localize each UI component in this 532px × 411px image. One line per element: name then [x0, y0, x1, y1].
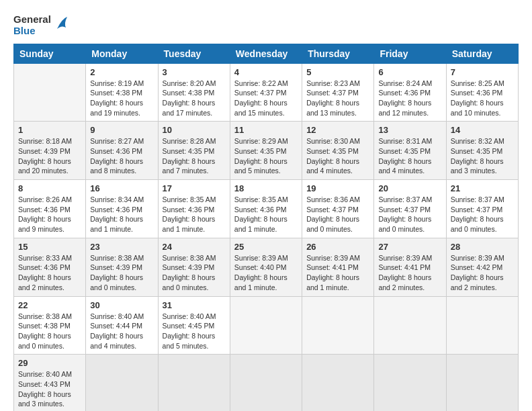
- day-number: 18: [234, 183, 298, 193]
- day-number: 31: [163, 300, 226, 310]
- header-cell-sunday: Sunday: [14, 44, 86, 63]
- calendar-cell: 30Sunrise: 8:40 AMSunset: 4:44 PMDayligh…: [86, 296, 158, 355]
- calendar-row-0: 2Sunrise: 8:19 AMSunset: 4:38 PMDaylight…: [14, 63, 519, 122]
- header-row: SundayMondayTuesdayWednesdayThursdayFrid…: [14, 44, 519, 63]
- calendar-cell: 5Sunrise: 8:23 AMSunset: 4:37 PMDaylight…: [302, 63, 374, 122]
- day-info: Sunrise: 8:40 AMSunset: 4:44 PMDaylight:…: [90, 312, 153, 351]
- calendar-cell: [14, 63, 86, 122]
- day-info: Sunrise: 8:36 AMSunset: 4:37 PMDaylight:…: [306, 195, 369, 234]
- calendar-cell: 16Sunrise: 8:34 AMSunset: 4:36 PMDayligh…: [86, 180, 158, 238]
- day-info: Sunrise: 8:25 AMSunset: 4:36 PMDaylight:…: [451, 79, 514, 118]
- calendar-cell: 17Sunrise: 8:35 AMSunset: 4:36 PMDayligh…: [158, 180, 230, 238]
- calendar-cell: 29Sunrise: 8:40 AMSunset: 4:43 PMDayligh…: [14, 355, 86, 411]
- day-info: Sunrise: 8:40 AMSunset: 4:45 PMDaylight:…: [163, 312, 226, 351]
- calendar-cell: 11Sunrise: 8:29 AMSunset: 4:35 PMDayligh…: [230, 122, 302, 180]
- calendar-cell: 23Sunrise: 8:38 AMSunset: 4:39 PMDayligh…: [86, 238, 158, 296]
- day-info: Sunrise: 8:27 AMSunset: 4:36 PMDaylight:…: [90, 136, 153, 176]
- day-number: 27: [378, 242, 441, 252]
- calendar-cell: 18Sunrise: 8:35 AMSunset: 4:36 PMDayligh…: [230, 180, 302, 238]
- day-info: Sunrise: 8:23 AMSunset: 4:37 PMDaylight:…: [306, 79, 369, 118]
- day-number: 26: [306, 242, 369, 252]
- calendar-cell: [446, 355, 518, 411]
- day-info: Sunrise: 8:30 AMSunset: 4:35 PMDaylight:…: [306, 136, 369, 176]
- header-cell-friday: Friday: [374, 44, 446, 63]
- day-number: 1: [18, 125, 81, 135]
- day-number: 16: [90, 183, 153, 193]
- logo-text: General Blue: [13, 13, 51, 37]
- calendar-cell: 27Sunrise: 8:39 AMSunset: 4:41 PMDayligh…: [374, 238, 446, 296]
- calendar-row-3: 15Sunrise: 8:33 AMSunset: 4:36 PMDayligh…: [14, 238, 519, 296]
- calendar-cell: 3Sunrise: 8:20 AMSunset: 4:38 PMDaylight…: [158, 63, 230, 122]
- calendar-cell: 7Sunrise: 8:25 AMSunset: 4:36 PMDaylight…: [446, 63, 518, 122]
- calendar-cell: 26Sunrise: 8:39 AMSunset: 4:41 PMDayligh…: [302, 238, 374, 296]
- day-info: Sunrise: 8:38 AMSunset: 4:39 PMDaylight:…: [90, 253, 153, 293]
- day-number: 8: [18, 183, 81, 193]
- calendar-cell: [230, 296, 302, 355]
- day-info: Sunrise: 8:18 AMSunset: 4:39 PMDaylight:…: [18, 136, 81, 176]
- day-info: Sunrise: 8:37 AMSunset: 4:37 PMDaylight:…: [451, 195, 514, 234]
- day-number: 29: [18, 358, 81, 368]
- day-number: 22: [18, 300, 81, 310]
- day-number: 10: [163, 125, 226, 135]
- day-number: 11: [234, 125, 298, 135]
- day-number: 30: [90, 300, 153, 310]
- calendar-cell: 20Sunrise: 8:37 AMSunset: 4:37 PMDayligh…: [374, 180, 446, 238]
- day-info: Sunrise: 8:24 AMSunset: 4:36 PMDaylight:…: [378, 79, 441, 118]
- day-number: 6: [378, 67, 441, 77]
- day-info: Sunrise: 8:29 AMSunset: 4:35 PMDaylight:…: [234, 136, 298, 176]
- header-cell-monday: Monday: [86, 44, 158, 63]
- day-info: Sunrise: 8:40 AMSunset: 4:43 PMDaylight:…: [18, 369, 81, 409]
- day-info: Sunrise: 8:39 AMSunset: 4:42 PMDaylight:…: [451, 253, 514, 293]
- calendar-cell: 28Sunrise: 8:39 AMSunset: 4:42 PMDayligh…: [446, 238, 518, 296]
- calendar-body: 2Sunrise: 8:19 AMSunset: 4:38 PMDaylight…: [14, 63, 519, 411]
- calendar-cell: [302, 355, 374, 411]
- calendar-cell: [86, 355, 158, 411]
- day-number: 25: [234, 242, 298, 252]
- day-info: Sunrise: 8:28 AMSunset: 4:35 PMDaylight:…: [163, 136, 226, 176]
- day-number: 21: [451, 183, 514, 193]
- day-info: Sunrise: 8:20 AMSunset: 4:38 PMDaylight:…: [163, 79, 226, 118]
- calendar-cell: [374, 355, 446, 411]
- header-cell-wednesday: Wednesday: [230, 44, 302, 63]
- calendar-cell: 4Sunrise: 8:22 AMSunset: 4:37 PMDaylight…: [230, 63, 302, 122]
- calendar-row-5: 29Sunrise: 8:40 AMSunset: 4:43 PMDayligh…: [14, 355, 519, 411]
- calendar-cell: 31Sunrise: 8:40 AMSunset: 4:45 PMDayligh…: [158, 296, 230, 355]
- day-info: Sunrise: 8:33 AMSunset: 4:36 PMDaylight:…: [18, 253, 81, 293]
- day-number: 19: [306, 183, 369, 193]
- day-info: Sunrise: 8:37 AMSunset: 4:37 PMDaylight:…: [378, 195, 441, 234]
- day-info: Sunrise: 8:31 AMSunset: 4:35 PMDaylight:…: [378, 136, 441, 176]
- calendar-cell: [230, 355, 302, 411]
- calendar-cell: 8Sunrise: 8:26 AMSunset: 4:36 PMDaylight…: [14, 180, 86, 238]
- day-number: 17: [163, 183, 226, 193]
- header-cell-tuesday: Tuesday: [158, 44, 230, 63]
- calendar-row-2: 8Sunrise: 8:26 AMSunset: 4:36 PMDaylight…: [14, 180, 519, 238]
- calendar-cell: 13Sunrise: 8:31 AMSunset: 4:35 PMDayligh…: [374, 122, 446, 180]
- calendar-cell: 9Sunrise: 8:27 AMSunset: 4:36 PMDaylight…: [86, 122, 158, 180]
- day-info: Sunrise: 8:32 AMSunset: 4:35 PMDaylight:…: [451, 136, 514, 176]
- day-number: 15: [18, 242, 81, 252]
- day-info: Sunrise: 8:39 AMSunset: 4:41 PMDaylight:…: [306, 253, 369, 293]
- day-number: 14: [451, 125, 514, 135]
- day-number: 9: [90, 125, 153, 135]
- calendar-cell: [302, 296, 374, 355]
- day-number: 4: [234, 67, 298, 77]
- calendar-cell: 6Sunrise: 8:24 AMSunset: 4:36 PMDaylight…: [374, 63, 446, 122]
- day-info: Sunrise: 8:35 AMSunset: 4:36 PMDaylight:…: [163, 195, 226, 234]
- day-info: Sunrise: 8:34 AMSunset: 4:36 PMDaylight:…: [90, 195, 153, 234]
- day-number: 13: [378, 125, 441, 135]
- day-number: 2: [90, 67, 153, 77]
- day-info: Sunrise: 8:19 AMSunset: 4:38 PMDaylight:…: [90, 79, 153, 118]
- day-info: Sunrise: 8:39 AMSunset: 4:40 PMDaylight:…: [234, 253, 298, 293]
- day-number: 12: [306, 125, 369, 135]
- calendar-cell: 12Sunrise: 8:30 AMSunset: 4:35 PMDayligh…: [302, 122, 374, 180]
- calendar-row-4: 22Sunrise: 8:38 AMSunset: 4:38 PMDayligh…: [14, 296, 519, 355]
- day-number: 5: [306, 67, 369, 77]
- day-number: 23: [90, 242, 153, 252]
- day-info: Sunrise: 8:35 AMSunset: 4:36 PMDaylight:…: [234, 195, 298, 234]
- calendar-cell: 14Sunrise: 8:32 AMSunset: 4:35 PMDayligh…: [446, 122, 518, 180]
- calendar-table: SundayMondayTuesdayWednesdayThursdayFrid…: [13, 44, 519, 412]
- day-number: 7: [451, 67, 514, 77]
- page-header: General Blue: [13, 13, 519, 37]
- day-info: Sunrise: 8:38 AMSunset: 4:38 PMDaylight:…: [18, 312, 81, 351]
- day-info: Sunrise: 8:22 AMSunset: 4:37 PMDaylight:…: [234, 79, 298, 118]
